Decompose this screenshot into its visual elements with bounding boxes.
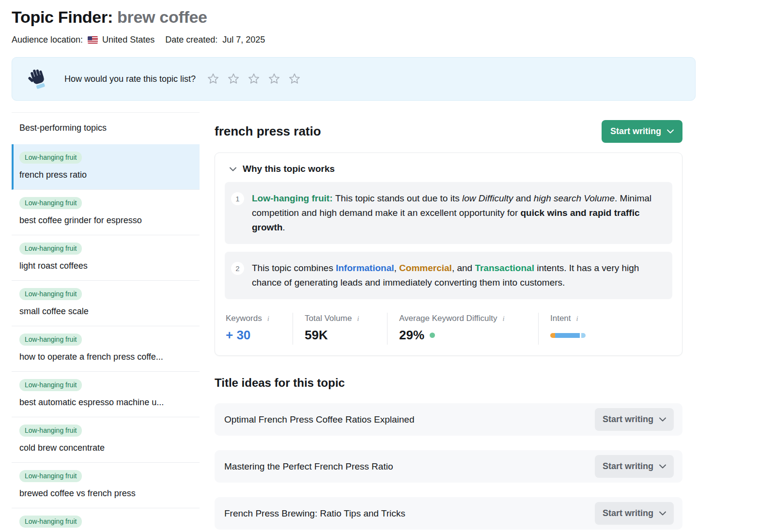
topic-item-label: best coffee grinder for espresso: [19, 215, 192, 226]
intent-bar-informational-segment: [555, 333, 580, 338]
rating-star-5[interactable]: [288, 72, 301, 86]
low-hanging-fruit-badge: Low-hanging fruit: [19, 516, 82, 528]
avg-kd-label: Average Keyword Difficulty: [399, 314, 497, 323]
stat-intent: Intenti: [538, 313, 672, 345]
idea-title: French Press Brewing: Ratio Tips and Tri…: [224, 508, 405, 519]
intent-distribution-bar: [550, 333, 672, 338]
topic-list-item-how-to-operate-french-press[interactable]: Low-hanging fruit how to operate a frenc…: [12, 326, 200, 372]
rating-question: How would you rate this topic list?: [64, 74, 196, 84]
idea-title: Optimal French Press Coffee Ratios Expla…: [224, 414, 415, 425]
rating-banner: How would you rate this topic list?: [12, 57, 696, 101]
why-topic-works-title: Why this topic works: [243, 164, 335, 174]
topic-list-item-brewed-coffee-vs-french-press[interactable]: Low-hanging fruit brewed coffee vs frenc…: [12, 463, 200, 508]
info-icon[interactable]: i: [575, 315, 579, 323]
intent-bar-transactional-segment: [581, 333, 586, 338]
title-ideas-heading: Title ideas for this topic: [215, 376, 682, 390]
informational-intent-label: Informational: [336, 263, 394, 273]
topic-list-item-best-automatic-espresso-machine[interactable]: Low-hanging fruit best automatic espress…: [12, 372, 200, 417]
meta-row: Audience location: United States Date cr…: [12, 35, 775, 45]
low-hanging-fruit-badge: Low-hanging fruit: [19, 243, 82, 255]
topic-item-label: french press ratio: [19, 170, 192, 180]
why-point-1: 1 Low-hanging fruit: This topic stands o…: [225, 182, 672, 244]
chevron-down-icon: [659, 464, 666, 469]
why-topic-works-card: Why this topic works 1 Low-hanging fruit…: [215, 152, 682, 356]
topic-item-label: best automatic espresso machine u...: [19, 397, 192, 408]
avg-kd-value: 29%: [399, 328, 424, 343]
stat-keywords: Keywordsi + 30: [225, 313, 293, 345]
commercial-intent-label: Commercial: [399, 263, 452, 273]
rating-star-3[interactable]: [247, 72, 261, 86]
start-writing-label: Start writing: [610, 126, 661, 137]
title-idea-card-1: Optimal French Press Coffee Ratios Expla…: [215, 403, 682, 436]
rating-star-2[interactable]: [227, 72, 240, 86]
chevron-down-icon: [667, 129, 674, 134]
topic-item-label: cold brew concentrate: [19, 443, 192, 453]
total-volume-value: 59K: [305, 328, 387, 343]
point-text: This topic combines Informational, Comme…: [252, 261, 661, 290]
topic-title: french press ratio: [215, 124, 321, 139]
low-hanging-fruit-lead: Low-hanging fruit:: [252, 193, 335, 203]
transactional-intent-label: Transactional: [475, 263, 534, 273]
audience-location-value: United States: [102, 35, 155, 45]
info-icon[interactable]: i: [266, 315, 270, 323]
rating-star-4[interactable]: [267, 72, 281, 86]
topic-item-label: light roast coffees: [19, 261, 192, 271]
keywords-label: Keywords: [226, 314, 262, 323]
intent-label: Intent: [550, 314, 571, 323]
low-hanging-fruit-badge: Low-hanging fruit: [19, 379, 82, 391]
info-icon[interactable]: i: [502, 315, 506, 323]
idea-start-writing-button[interactable]: Start writing: [595, 502, 674, 525]
topic-list-item-cold-brew-concentrate[interactable]: Low-hanging fruit cold brew concentrate: [12, 417, 200, 463]
topic-list-item-partial[interactable]: Low-hanging fruit: [12, 508, 200, 532]
why-point-2: 2 This topic combines Informational, Com…: [225, 252, 672, 299]
topic-list-item-best-coffee-grinder[interactable]: Low-hanging fruit best coffee grinder fo…: [12, 190, 200, 235]
date-created-value: Jul 7, 2025: [222, 35, 265, 45]
us-flag-icon: [88, 36, 98, 44]
page-title: Topic Finder: brew coffee: [12, 8, 775, 27]
topic-item-label: how to operate a french press coffe...: [19, 352, 192, 362]
topic-list-item-light-roast-coffees[interactable]: Low-hanging fruit light roast coffees: [12, 235, 200, 281]
topic-list-item-french-press-ratio[interactable]: Low-hanging fruit french press ratio: [12, 144, 200, 190]
title-idea-card-3: French Press Brewing: Ratio Tips and Tri…: [215, 497, 682, 530]
point-text: Low-hanging fruit: This topic stands out…: [252, 191, 661, 235]
chevron-down-icon: [659, 417, 666, 422]
low-hanging-fruit-badge: Low-hanging fruit: [19, 197, 82, 209]
start-writing-button[interactable]: Start writing: [602, 120, 682, 143]
topic-item-label: brewed coffee vs french press: [19, 488, 192, 499]
low-hanging-fruit-badge: Low-hanging fruit: [19, 288, 82, 300]
topic-stats-row: Keywordsi + 30 Total Volumei 59K Average…: [225, 309, 672, 345]
info-icon[interactable]: i: [356, 315, 360, 323]
sidebar-title: Best-performing topics: [12, 113, 200, 144]
low-hanging-fruit-badge: Low-hanging fruit: [19, 425, 82, 437]
audience-location-label: Audience location:: [12, 35, 83, 45]
idea-start-writing-button[interactable]: Start writing: [595, 408, 674, 431]
keywords-value: + 30: [226, 328, 293, 343]
low-hanging-fruit-badge: Low-hanging fruit: [19, 470, 82, 482]
low-hanging-fruit-badge: Low-hanging fruit: [19, 152, 82, 164]
page-title-prefix: Topic Finder:: [12, 8, 117, 26]
topic-list-item-small-coffee-scale[interactable]: Low-hanging fruit small coffee scale: [12, 281, 200, 326]
intent-bar-commercial-segment: [550, 333, 555, 338]
low-hanging-fruit-badge: Low-hanging fruit: [19, 334, 82, 346]
stat-avg-keyword-difficulty: Average Keyword Difficultyi 29%: [387, 313, 538, 345]
page-title-query: brew coffee: [117, 8, 207, 26]
idea-title: Mastering the Perfect French Press Ratio: [224, 461, 393, 472]
rating-star-1[interactable]: [206, 72, 220, 86]
point-number: 2: [231, 262, 244, 275]
stat-total-volume: Total Volumei 59K: [293, 313, 387, 345]
date-created-label: Date created:: [165, 35, 217, 45]
why-topic-works-header[interactable]: Why this topic works: [225, 164, 672, 174]
best-performing-topics-panel: Best-performing topics Low-hanging fruit…: [12, 112, 200, 532]
collapse-chevron-icon: [230, 167, 236, 171]
hand-icon: [27, 67, 49, 91]
idea-start-writing-button[interactable]: Start writing: [595, 455, 674, 478]
topic-item-label: small coffee scale: [19, 306, 192, 317]
title-idea-card-2: Mastering the Perfect French Press Ratio…: [215, 450, 682, 483]
rating-stars: [206, 72, 301, 86]
total-volume-label: Total Volume: [305, 314, 352, 323]
chevron-down-icon: [659, 511, 666, 516]
topic-detail-panel: french press ratio Start writing Why thi…: [215, 112, 682, 532]
point-number: 1: [231, 192, 244, 205]
kd-status-dot: [430, 333, 435, 338]
